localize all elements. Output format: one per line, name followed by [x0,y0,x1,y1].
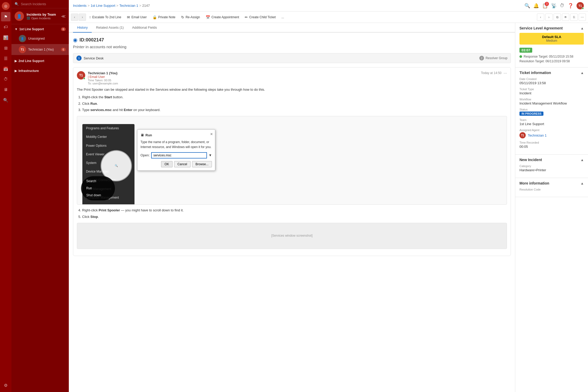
run-dialog-close-button[interactable]: ✕ [210,132,213,137]
sidebar: 🔍 👤 Incidents by Team ⬛ Open Incidents ≪… [11,0,69,392]
reassign-button[interactable]: ↻ Re-Assign [179,14,203,21]
app-logo[interactable]: ◎ [2,2,10,10]
rss-icon[interactable]: 📡 [551,3,557,9]
tab-additional-fields[interactable]: Additional Fields [128,23,161,33]
nav-chart-icon[interactable]: 📊 [1,33,10,42]
message-online-dot [83,77,85,79]
message-more-button[interactable]: ⋯ [504,71,507,75]
resolver-group: 2 Resolver Group [479,56,507,60]
sidebar-item-unassigned[interactable]: 👤 Unassigned [11,33,69,44]
private-note-button[interactable]: 🔒 Private Note [150,14,178,21]
team-header-2nd-line[interactable]: ▶ 2nd Line Support [11,57,69,65]
nav-tag-icon[interactable]: 🏷 [1,22,10,32]
ticket-type-label: Ticket Type [519,88,584,91]
breadcrumb-incidents[interactable]: Incidents [73,4,87,8]
tab-related-assets[interactable]: Related Assets (1) [92,23,128,33]
prev-ticket-button[interactable]: ‹ [537,14,544,21]
sidebar-team-avatar: 👤 [15,11,24,21]
ticket-info-collapse-icon[interactable]: ▲ [580,71,584,75]
action-bar: ‹ › ↑ Escalate To 2nd Line ✉ Email User … [69,11,588,23]
cm-command-prompt[interactable]: Command Prompt [82,202,134,205]
more-info-title: More information [519,181,549,185]
nav-gear-icon[interactable]: ⚙ [1,381,10,390]
ticket-id-icon: ◉ [73,37,77,43]
more-actions-button[interactable]: ... [279,14,287,21]
cm-mobility[interactable]: Mobility Center [82,133,134,141]
service-desk-num: 1 [76,56,82,61]
ticket-content: History Related Assets (1) Additional Fi… [69,23,515,392]
message-to: To: user@example.com [88,82,481,85]
run-cancel-button[interactable]: Cancel [174,161,191,167]
create-child-ticket-button[interactable]: ✏ Create Child Ticket [242,14,278,21]
technician1-badge: 6 [61,48,66,51]
message-header: T1 Technician 1 (You) | Email User Time … [77,71,507,85]
run-dialog-input-row: Open: ▼ [140,152,212,158]
share-button[interactable]: ⎘ [570,14,578,21]
sidebar-item-technician1[interactable]: T1 Technician 1 (You) 6 [11,44,69,55]
nav-monitor-icon[interactable]: 🖥 [1,85,10,94]
more-options-button[interactable]: ⋯ [579,14,586,21]
run-dialog-input[interactable] [151,152,207,158]
run-dropdown-arrow[interactable]: ▼ [209,153,212,158]
breadcrumb-1st-line[interactable]: 1st Line Support [91,4,115,8]
cm-programs[interactable]: Programs and Features [82,124,134,133]
start-run-item[interactable]: Run [84,185,112,192]
workflow-label: Workflow [519,98,584,101]
help-icon[interactable]: ❓ [568,3,573,9]
workflow-row: Workflow Incident Management Workflow [519,98,584,105]
bell-icon[interactable]: 🔔 [533,3,539,9]
date-created-label: Date Created [519,77,584,81]
team-header-1st-line[interactable]: ▼ 1st Line Support 6 [11,25,69,33]
sidebar-search-bar[interactable]: 🔍 [11,0,69,8]
message-time-taken: Time Taken: 00:05 [88,79,481,82]
nav-grid-icon[interactable]: ⊞ [1,43,10,53]
forward-button[interactable]: › [79,14,86,21]
open-new-tab-button[interactable]: ⧉ [554,14,561,21]
nav-list-icon[interactable]: ☰ [1,54,10,63]
escalate-button[interactable]: ↑ Escalate To 2nd Line [87,14,124,21]
user-avatar[interactable]: T1 [577,2,584,9]
date-created-row: Date Created 05/11/2019 13:58 [519,77,584,85]
agent-name[interactable]: Technician 1 [528,133,547,137]
category-value: Hardware>Printer [519,168,584,172]
nav-clock-icon[interactable]: ⏱ [1,75,10,84]
nav-calendar-icon[interactable]: 📅 [1,64,10,74]
run-browse-button[interactable]: Browse... [192,161,212,167]
ticket-type-value: Incident [519,91,584,95]
start-shutdown-item[interactable]: Shut down [84,192,112,199]
breadcrumb-technician1[interactable]: Technician 1 [119,4,138,8]
email-user-button[interactable]: ✉ Email User [124,14,149,21]
team-label: Team [519,118,584,121]
nav-incidents-icon[interactable]: ⚑ [1,12,10,21]
back-button[interactable]: ‹ [71,14,78,21]
preview-button[interactable]: 👁 [562,14,569,21]
status-label: Status [519,108,584,111]
sidebar-collapse-icon[interactable]: ≪ [61,14,66,19]
search-topbar-icon[interactable]: 🔍 [524,3,530,9]
step-5: Click Stop. [82,214,507,220]
start-search-item[interactable]: Search [84,178,112,185]
sidebar-team-subtitle: ⬛ Open Incidents [27,16,56,20]
run-ok-button[interactable]: OK [161,161,172,167]
nav-search-icon[interactable]: 🔍 [1,95,10,105]
new-incident-collapse-icon[interactable]: ▲ [580,158,584,162]
status-row: Status IN PROGRESS [519,108,584,116]
team-header-infrastructure[interactable]: ▶ Infrastructure [11,67,69,75]
more-info-collapse-icon[interactable]: ▲ [580,181,584,185]
clock-topbar-icon[interactable]: ⏱ [560,3,565,8]
inbox-icon[interactable]: 📋 3 [542,3,548,9]
cm-power[interactable]: Power Options [82,142,134,150]
message-sender: Technician 1 (You) [88,71,481,75]
new-incident-title: New Incident [519,158,542,162]
next-ticket-button[interactable]: › [545,14,553,21]
sla-timer: 03:07 [519,48,532,53]
sla-collapse-icon[interactable]: ▲ [580,26,584,30]
search-input[interactable] [21,2,66,6]
chevron-right-icon: ▶ [15,59,17,63]
tab-history[interactable]: History [73,23,92,33]
create-appointment-button[interactable]: 📅 Create Appointment [203,14,242,21]
new-incident-section: New Incident ▲ Category Hardware>Printer [515,155,588,178]
team-row: Team 1st Line Support [519,118,584,126]
breadcrumb-ticket-id: 2147 [142,4,150,8]
nav-icon-rail: ◎ ⚑ 🏷 📊 ⊞ ☰ 📅 ⏱ 🖥 🔍 ⚙ [0,0,11,392]
